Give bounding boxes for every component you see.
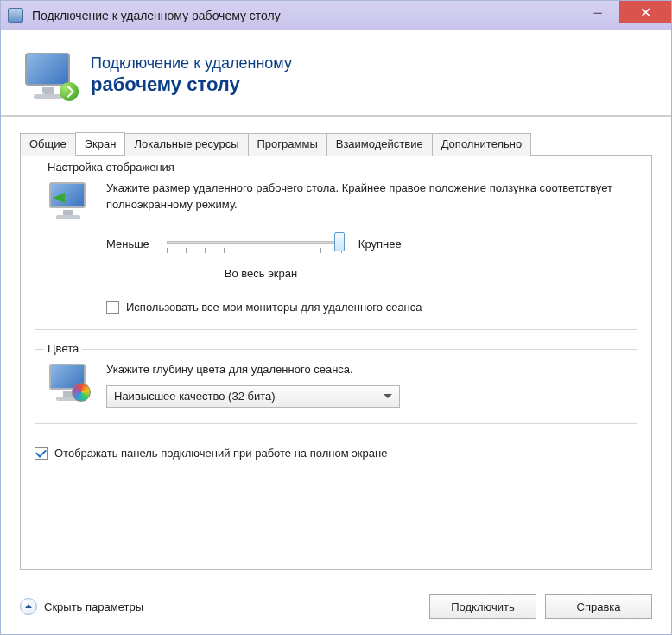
banner-text: Подключение к удаленному рабочему столу xyxy=(91,54,292,96)
footer: Скрыть параметры Подключить Справка xyxy=(1,582,671,634)
tab-display[interactable]: Экран xyxy=(75,132,126,155)
tabstrip: Общие Экран Локальные ресурсы Программы … xyxy=(20,132,652,155)
banner-line1: Подключение к удаленному xyxy=(91,54,292,73)
chevron-down-icon xyxy=(384,394,392,398)
app-icon xyxy=(8,8,23,23)
window-controls: ─ ✕ xyxy=(576,1,671,23)
color-desc: Укажите глубину цвета для удаленного сеа… xyxy=(106,362,624,378)
slider-min-label: Меньше xyxy=(106,238,149,251)
tab-panel-display: Настройка отображения Укажите размер уда… xyxy=(20,155,652,570)
resolution-slider[interactable] xyxy=(163,229,345,260)
tab-experience[interactable]: Взаимодействие xyxy=(326,133,433,156)
rdp-icon xyxy=(22,51,75,99)
body: Общие Экран Локальные ресурсы Программы … xyxy=(1,117,671,582)
hide-options-label: Скрыть параметры xyxy=(44,600,143,613)
display-size-icon xyxy=(48,181,92,314)
connect-badge-icon xyxy=(60,82,79,101)
checkbox-use-all-monitors-label: Использовать все мои мониторы для удален… xyxy=(126,301,422,314)
group-colors: Цвета Укажите глубину цвета для удаленно… xyxy=(35,349,637,424)
tab-programs[interactable]: Программы xyxy=(248,133,327,156)
group-display-config: Настройка отображения Укажите размер уда… xyxy=(35,168,637,330)
minimize-button[interactable]: ─ xyxy=(576,1,619,23)
tab-local-resources[interactable]: Локальные ресурсы xyxy=(124,133,248,156)
hide-options-link[interactable]: Скрыть параметры xyxy=(20,598,143,615)
slider-caption: Во весь экран xyxy=(170,267,352,280)
checkbox-use-all-monitors[interactable] xyxy=(106,301,119,314)
close-button[interactable]: ✕ xyxy=(619,1,671,23)
window-title: Подключение к удаленному рабочему столу xyxy=(32,9,281,22)
display-desc: Укажите размер удаленного рабочего стола… xyxy=(106,181,624,213)
slider-thumb[interactable] xyxy=(334,232,345,251)
banner-line2: рабочему столу xyxy=(91,73,292,96)
header-banner: Подключение к удаленному рабочему столу xyxy=(1,30,671,117)
checkbox-connection-bar-label: Отображать панель подключений при работе… xyxy=(54,447,387,460)
titlebar: Подключение к удаленному рабочему столу … xyxy=(1,1,671,30)
tab-general[interactable]: Общие xyxy=(20,133,76,156)
color-depth-selected: Наивысшее качество (32 бита) xyxy=(114,390,276,403)
group-colors-legend: Цвета xyxy=(44,342,82,355)
connect-button[interactable]: Подключить xyxy=(429,594,536,619)
checkbox-connection-bar[interactable] xyxy=(35,447,48,460)
color-depth-icon xyxy=(48,362,92,408)
connection-bar-row: Отображать панель подключений при работе… xyxy=(35,447,637,460)
help-button[interactable]: Справка xyxy=(545,594,652,619)
group-display-legend: Настройка отображения xyxy=(44,161,178,174)
slider-max-label: Крупнее xyxy=(358,238,402,251)
collapse-arrow-icon xyxy=(20,598,37,615)
rdp-window: Подключение к удаленному рабочему столу … xyxy=(0,0,672,635)
tab-advanced[interactable]: Дополнительно xyxy=(432,133,532,156)
color-depth-dropdown[interactable]: Наивысшее качество (32 бита) xyxy=(106,385,400,408)
